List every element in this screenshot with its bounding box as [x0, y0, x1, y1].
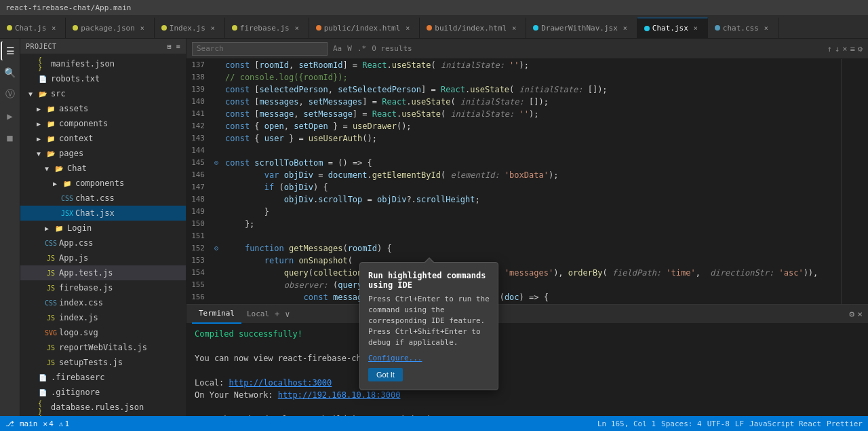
- code-line: 138 // console.log({roomId});: [186, 71, 841, 83]
- list-item[interactable]: ▶ 📁 components: [20, 116, 186, 131]
- file-label: setupTests.js: [59, 358, 123, 367]
- tab-firebase-js[interactable]: firebase.js ×: [225, 18, 309, 38]
- search-options-regex[interactable]: .*: [357, 44, 366, 53]
- tab-chat-css[interactable]: chat.css ×: [708, 18, 778, 38]
- title-text: react-firebase-chat/App.main: [5, 3, 131, 12]
- terminal-close-icon[interactable]: ×: [857, 309, 863, 319]
- tab-drawer-nav[interactable]: DrawerWithNav.jsx ×: [526, 18, 637, 38]
- list-item[interactable]: ▶ 📁 Login: [20, 221, 186, 236]
- search-input[interactable]: [192, 42, 328, 56]
- list-item[interactable]: { } manifest.json: [20, 56, 186, 71]
- list-item[interactable]: { } database.rules.json: [20, 400, 186, 415]
- network-link[interactable]: http://192.168.10.18:3000: [278, 390, 401, 400]
- terminal-content[interactable]: Compiled successfully! You can now view …: [186, 324, 868, 416]
- list-item[interactable]: ▼ 📂 Chat: [20, 161, 186, 176]
- close-icon[interactable]: ×: [292, 23, 302, 33]
- code-editor[interactable]: 137 const [roomId, setRoomId] = React.us…: [186, 59, 841, 304]
- activity-run[interactable]: ▶: [1, 107, 20, 126]
- list-item[interactable]: 📄 .firebaserc: [20, 370, 186, 385]
- list-item[interactable]: CSS index.css: [20, 295, 186, 310]
- line-content: observer: (querySnapshot) => {: [222, 279, 841, 291]
- list-item[interactable]: 📄 robots.txt: [20, 71, 186, 86]
- search-options[interactable]: Aa: [333, 44, 342, 53]
- list-item[interactable]: ▶ 📁 context: [20, 131, 186, 146]
- file-label: components: [75, 179, 124, 188]
- list-item[interactable]: SVG logo.svg: [20, 325, 186, 340]
- close-icon[interactable]: ×: [49, 23, 58, 33]
- terminal-tab[interactable]: Terminal: [192, 305, 241, 324]
- close-icon[interactable]: ×: [620, 23, 630, 33]
- folder-icon: 📂: [54, 164, 64, 173]
- tab-build-html[interactable]: build/index.html ×: [420, 18, 526, 38]
- terminal-line: Compiled successfully!: [195, 328, 860, 340]
- search-options-word[interactable]: W: [347, 44, 352, 53]
- tab-label: Index.js: [170, 24, 205, 33]
- terminal-dropdown-icon[interactable]: ∨: [285, 310, 290, 319]
- file-icon: JS: [46, 343, 56, 352]
- file-label: reportWebVitals.js: [59, 343, 147, 352]
- close-icon[interactable]: ×: [691, 24, 701, 33]
- code-line: 143 const { user } = useUserAuth();: [186, 132, 841, 145]
- tab-label: chat.css: [723, 24, 759, 33]
- list-item[interactable]: CSS chat.css: [20, 191, 186, 206]
- error-count[interactable]: ✕ 4: [43, 419, 54, 428]
- list-item[interactable]: JS App.js: [20, 250, 186, 265]
- line-number: 138: [186, 71, 210, 83]
- localhost-link[interactable]: http://localhost:3000: [229, 378, 332, 388]
- close-icon[interactable]: ×: [138, 23, 147, 33]
- close-icon[interactable]: ×: [509, 23, 519, 33]
- list-item[interactable]: JS firebase.js: [20, 280, 186, 295]
- terminal-settings-icon[interactable]: ⚙: [849, 309, 854, 319]
- line-number: 150: [186, 218, 210, 230]
- git-branch-label[interactable]: main: [20, 419, 38, 428]
- list-item[interactable]: JS App.test.js: [20, 265, 186, 280]
- file-icon: JS: [46, 253, 56, 263]
- activity-extensions[interactable]: ■: [1, 128, 20, 147]
- tab-chat-js[interactable]: Chat.js ×: [0, 18, 66, 38]
- file-icon: JS: [46, 358, 56, 367]
- search-close-btn[interactable]: ×: [842, 44, 847, 54]
- activity-search[interactable]: 🔍: [1, 63, 20, 82]
- close-icon[interactable]: ×: [208, 23, 218, 33]
- list-item[interactable]: JS reportWebVitals.js: [20, 340, 186, 355]
- list-item[interactable]: JS setupTests.js: [20, 355, 186, 370]
- tab-label: firebase.js: [240, 24, 290, 33]
- close-icon[interactable]: ×: [403, 23, 412, 33]
- formatter[interactable]: Prettier: [827, 419, 863, 428]
- code-line: 140 const [messages, setMessages] = Reac…: [186, 96, 841, 108]
- got-it-button[interactable]: Got It: [368, 368, 403, 381]
- terminal-add-btn[interactable]: +: [275, 310, 279, 319]
- list-item[interactable]: ▶ 📁 assets: [20, 101, 186, 116]
- line-content: objDiv.scrollTop = objDiv?.scrollHeight;: [222, 193, 841, 206]
- list-item[interactable]: ▶ 📁 components: [20, 176, 186, 191]
- file-label: chat.css: [75, 193, 115, 203]
- popup-configure-link[interactable]: Configure...: [368, 354, 490, 362]
- line-number: 145: [186, 157, 210, 169]
- list-item[interactable]: CSS App.css: [20, 236, 186, 250]
- file-label: database.rules.json: [51, 402, 144, 412]
- tab-index-js[interactable]: Index.js ×: [155, 18, 225, 38]
- list-item[interactable]: ▼ 📂 src: [20, 86, 186, 101]
- list-item[interactable]: JS index.js: [20, 310, 186, 325]
- tab-dot: [533, 25, 538, 31]
- warning-count[interactable]: ⚠ 1: [59, 419, 69, 428]
- tab-label: build/index.html: [435, 24, 507, 33]
- tab-chat-jsx[interactable]: Chat.jsx ×: [637, 18, 708, 38]
- search-nav-prev[interactable]: ↑: [827, 44, 832, 54]
- tab-dot: [73, 25, 78, 31]
- search-nav-next[interactable]: ↓: [835, 44, 840, 54]
- folder-icon: 📂: [38, 89, 47, 98]
- tab-public-html[interactable]: public/index.html ×: [309, 18, 420, 38]
- tab-package-json[interactable]: package.json ×: [66, 18, 154, 38]
- activity-source-control[interactable]: Ⓥ: [1, 85, 20, 104]
- search-settings-icon[interactable]: ⚙: [858, 44, 863, 54]
- list-item[interactable]: 📄 .gitignore: [20, 385, 186, 400]
- language-mode[interactable]: JavaScript React: [749, 419, 821, 428]
- sidebar-item-chat-jsx[interactable]: JSX Chat.jsx: [20, 206, 186, 221]
- activity-explorer[interactable]: ☰: [1, 41, 20, 60]
- chevron-icon: ▶: [53, 180, 60, 187]
- close-icon[interactable]: ×: [762, 23, 771, 33]
- terminal-label: Terminal: [199, 309, 235, 318]
- list-item[interactable]: ▼ 📂 pages: [20, 146, 186, 161]
- search-filter-icon[interactable]: ≡: [850, 44, 855, 54]
